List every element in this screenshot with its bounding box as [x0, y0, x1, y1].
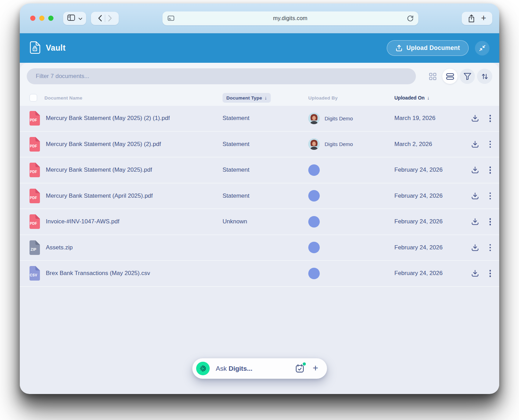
document-type: Statement [223, 166, 250, 173]
zoom-window-button[interactable] [48, 16, 53, 21]
minimize-window-button[interactable] [39, 16, 44, 21]
download-button[interactable] [471, 114, 479, 122]
uploader-avatar [308, 113, 320, 124]
vault-header: Vault Upload Document [20, 33, 499, 63]
grid-view-button[interactable] [425, 69, 440, 84]
close-window-button[interactable] [30, 16, 35, 21]
uploaded-date: February 24, 2026 [394, 192, 443, 199]
uploaded-date: February 24, 2026 [394, 218, 443, 225]
row-menu-button[interactable] [489, 139, 492, 149]
column-header-document-type[interactable]: Document Type ↓ [223, 93, 271, 103]
download-button[interactable] [471, 269, 479, 277]
reload-icon[interactable] [407, 15, 414, 24]
uploader-circle [308, 242, 320, 253]
uploader-name: Digits Demo [325, 141, 353, 147]
document-type: Statement [223, 115, 250, 121]
sidebar-icon [67, 15, 75, 22]
table-row[interactable]: PDF Mercury Bank Statement (May 2025) (2… [20, 106, 499, 132]
document-name: Mercury Bank Statement (May 2025) (2).pd… [46, 141, 161, 148]
download-button[interactable] [471, 244, 479, 251]
sidebar-toggle-button[interactable] [63, 12, 86, 25]
window-controls [30, 16, 53, 21]
ask-digits-bar[interactable]: Ask Digits... + [192, 358, 327, 379]
table-row[interactable]: PDF Mercury Bank Statement (May 2025).pd… [20, 157, 499, 183]
document-type: Statement [223, 141, 250, 147]
upload-icon [395, 44, 403, 52]
list-view-icon [446, 73, 454, 80]
list-view-button[interactable] [442, 69, 458, 84]
vault-title: Vault [30, 41, 66, 55]
filter-panel [20, 63, 499, 90]
document-name: Mercury Bank Statement (May 2025).pdf [46, 166, 152, 173]
document-type: Unknown [223, 218, 247, 225]
document-type: Statement [223, 192, 250, 199]
uploaded-date: February 24, 2026 [394, 166, 443, 173]
add-attachment-icon[interactable]: + [313, 363, 318, 373]
uploader-circle [308, 190, 320, 202]
row-menu-button[interactable] [489, 268, 492, 278]
uploaded-date: February 24, 2026 [394, 244, 443, 251]
notification-dot [303, 362, 306, 366]
uploaded-date: February 24, 2026 [394, 270, 443, 276]
row-menu-button[interactable] [489, 165, 492, 175]
filter-button[interactable] [460, 69, 475, 84]
document-name: Invoice-#INV-1047-AWS.pdf [46, 218, 119, 225]
funnel-icon [463, 73, 471, 80]
file-type-icon: PDF [28, 137, 40, 152]
sort-arrows-icon [481, 73, 488, 80]
uploaded-date: March 2, 2026 [394, 141, 432, 147]
table-body: PDF Mercury Bank Statement (May 2025) (2… [20, 106, 499, 287]
sort-down-icon: ↓ [427, 95, 429, 101]
address-bar[interactable]: my.digits.com [162, 11, 418, 25]
browser-actions: + [462, 12, 492, 25]
filter-documents-input[interactable] [27, 68, 416, 84]
sort-down-icon: ↓ [265, 95, 267, 101]
table-row[interactable]: ZIP Assets.zip February 24, 2026 [20, 235, 499, 261]
uploader-circle [308, 164, 320, 176]
row-menu-button[interactable] [489, 191, 492, 201]
document-name: Assets.zip [46, 244, 73, 251]
download-button[interactable] [471, 140, 479, 148]
url-text: my.digits.com [273, 15, 307, 22]
select-all-checkbox[interactable] [30, 94, 37, 102]
page-format-icon[interactable] [168, 16, 174, 22]
file-type-icon: ZIP [28, 240, 40, 255]
digits-logo-icon [196, 362, 210, 375]
upload-button-label: Upload Document [407, 44, 460, 52]
uploader-circle [308, 216, 320, 228]
column-header-uploaded-by: Uploaded By [308, 95, 338, 101]
download-button[interactable] [471, 218, 479, 225]
page-title: Vault [46, 43, 66, 53]
file-type-icon: PDF [28, 163, 40, 177]
table-row[interactable]: PDF Mercury Bank Statement (May 2025) (2… [20, 132, 499, 158]
forward-button[interactable] [108, 15, 112, 22]
table-row[interactable]: CSV Brex Bank Transactions (May 2025).cs… [20, 261, 499, 287]
back-button[interactable] [98, 15, 102, 22]
row-menu-button[interactable] [489, 243, 492, 253]
upload-document-button[interactable]: Upload Document [387, 40, 469, 56]
collapse-button[interactable] [475, 41, 489, 55]
download-button[interactable] [471, 166, 479, 174]
document-name: Brex Bank Transactions (May 2025).csv [46, 270, 150, 277]
uploaded-date: March 19, 2026 [394, 115, 435, 121]
table-row[interactable]: PDF Mercury Bank Statement (April 2025).… [20, 183, 499, 209]
file-type-icon: CSV [28, 266, 40, 281]
uploader-avatar [308, 138, 320, 150]
sort-button[interactable] [477, 69, 492, 84]
row-menu-button[interactable] [489, 113, 492, 123]
browser-toolbar: my.digits.com + [20, 3, 499, 33]
file-type-icon: PDF [28, 189, 40, 203]
chevron-down-icon [78, 15, 82, 22]
calendar-check-button[interactable] [295, 364, 304, 373]
download-button[interactable] [471, 192, 479, 200]
ask-digits-label: Ask Digits... [216, 365, 253, 372]
share-icon[interactable] [468, 14, 475, 23]
column-header-uploaded-on[interactable]: Uploaded On ↓ [394, 95, 456, 101]
file-type-icon: PDF [28, 111, 40, 126]
row-menu-button[interactable] [489, 217, 492, 227]
file-type-icon: PDF [28, 214, 40, 229]
vault-document-lock-icon [30, 41, 40, 55]
column-header-document-name: Document Name [44, 95, 82, 101]
table-row[interactable]: PDF Invoice-#INV-1047-AWS.pdf Unknown Fe… [20, 209, 499, 235]
new-tab-icon[interactable]: + [481, 14, 486, 22]
